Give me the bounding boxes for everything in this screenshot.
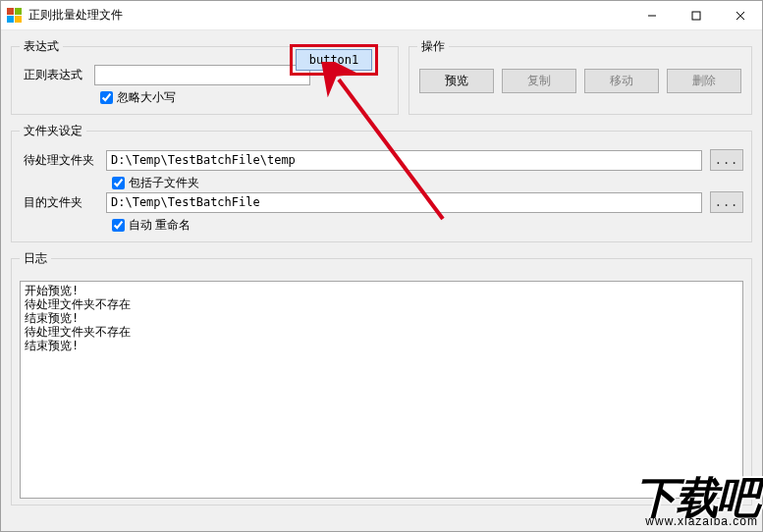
source-folder-label: 待处理文件夹 <box>20 152 106 169</box>
watermark-text: 下载吧 <box>634 476 758 519</box>
client-area: 表达式 正则表达式 忽略大小写 操作 预览 复制 移动 删除 <box>1 30 762 519</box>
button1[interactable]: button1 <box>296 49 372 71</box>
preview-button[interactable]: 预览 <box>419 69 494 93</box>
log-group: 日志 开始预览! 待处理文件夹不存在 结束预览! 待处理文件夹不存在 结束预览! <box>11 250 752 505</box>
watermark-url: www.xiazaiba.com <box>634 515 758 527</box>
move-button[interactable]: 移动 <box>584 69 659 93</box>
expression-legend: 表达式 <box>20 38 63 55</box>
folder-group: 文件夹设定 待处理文件夹 ... 包括子文件夹 目的文件夹 ... 自动 重命名 <box>11 123 752 242</box>
source-folder-input[interactable] <box>106 150 702 171</box>
app-window: 正则批量处理文件 表达式 正则表达式 <box>0 0 763 532</box>
browse-target-button[interactable]: ... <box>710 191 743 213</box>
copy-button[interactable]: 复制 <box>502 69 576 93</box>
folder-legend: 文件夹设定 <box>20 123 86 139</box>
close-button[interactable] <box>718 1 762 29</box>
target-folder-label: 目的文件夹 <box>20 194 106 211</box>
watermark: 下载吧 www.xiazaiba.com <box>634 476 758 527</box>
include-subfolder-label: 包括子文件夹 <box>129 175 199 191</box>
app-icon <box>7 8 23 24</box>
log-legend: 日志 <box>20 250 51 267</box>
maximize-button[interactable] <box>674 1 718 29</box>
titlebar: 正则批量处理文件 <box>1 1 762 30</box>
target-folder-input[interactable] <box>106 192 702 213</box>
svg-rect-1 <box>692 12 700 20</box>
auto-rename-checkbox[interactable] <box>112 219 125 232</box>
auto-rename-label: 自动 重命名 <box>129 217 191 234</box>
operations-group: 操作 预览 复制 移动 删除 <box>409 38 752 115</box>
delete-button[interactable]: 删除 <box>667 69 741 93</box>
browse-source-button[interactable]: ... <box>710 149 743 171</box>
operations-legend: 操作 <box>417 38 449 55</box>
ignore-case-checkbox[interactable] <box>100 91 113 104</box>
ignore-case-label: 忽略大小写 <box>117 89 176 106</box>
include-subfolder-checkbox[interactable] <box>112 177 125 189</box>
regex-label: 正则表达式 <box>20 67 94 83</box>
log-textarea[interactable]: 开始预览! 待处理文件夹不存在 结束预览! 待处理文件夹不存在 结束预览! <box>20 281 743 499</box>
window-controls <box>629 1 762 29</box>
minimize-button[interactable] <box>629 1 674 29</box>
regex-input[interactable] <box>94 65 310 85</box>
window-title: 正则批量处理文件 <box>28 7 629 24</box>
